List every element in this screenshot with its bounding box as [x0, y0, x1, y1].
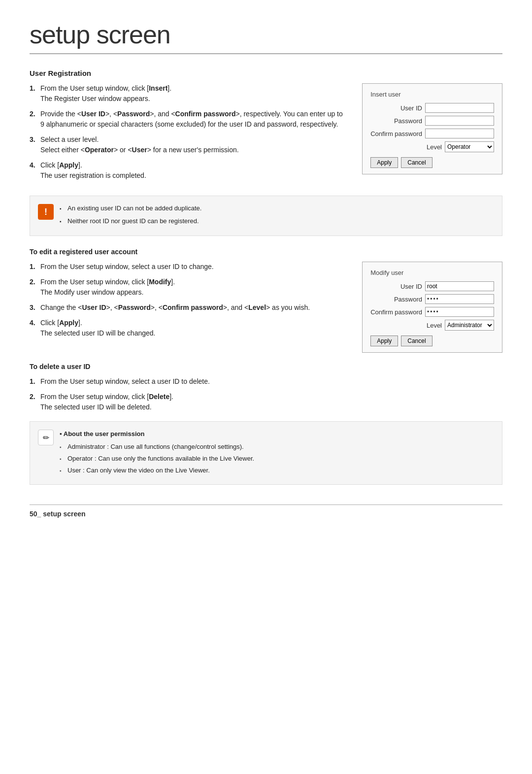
modify-confirm-password-row: Confirm password — [370, 307, 494, 317]
user-registration-section: User Registration From the User setup wi… — [30, 69, 502, 236]
about-permission-content: ▪ About the user permission Administrato… — [60, 429, 254, 477]
modify-user-form: Modify user User ID Password Confirm pas… — [362, 262, 502, 353]
edit-step-3: Change the <User ID>, <Password>, <Confi… — [30, 303, 347, 313]
insert-cancel-button[interactable]: Cancel — [401, 157, 432, 168]
permission-operator: Operator : Can use only the functions av… — [60, 453, 254, 464]
modify-confirm-password-field-label: Confirm password — [370, 308, 422, 316]
password-row: Password — [370, 116, 494, 126]
permission-user: User : Can only view the video on the Li… — [60, 465, 254, 476]
user-registration-content: From the User setup window, click [Inser… — [30, 83, 502, 186]
step-4-subtext: The user registration is completed. — [40, 171, 146, 179]
permission-admin: Administrator : Can use all functions (c… — [60, 441, 254, 452]
insert-user-panel-title: Insert user — [370, 91, 494, 98]
confirm-password-label: Confirm password — [175, 110, 236, 118]
user-id-input[interactable] — [425, 103, 494, 113]
confirm-password-field-label: Confirm password — [370, 130, 422, 137]
page-title: setup screen — [30, 20, 502, 54]
delete-step-1: From the User setup window, select a use… — [30, 376, 502, 387]
footer: 50_ setup screen — [30, 505, 502, 518]
edit-level-label: Level — [248, 303, 266, 311]
insert-apply-button[interactable]: Apply — [370, 157, 398, 168]
modify-user-id-input[interactable] — [425, 281, 494, 291]
modify-password-field-label: Password — [394, 296, 422, 303]
step-3-subtext: Select either <Operator> or <User> for a… — [40, 146, 239, 154]
level-select[interactable]: Operator Administrator User — [445, 141, 494, 152]
user-id-label: User ID — [81, 110, 105, 118]
modify-level-row: Level Administrator Operator User — [370, 320, 494, 331]
edit-password-label: Password — [118, 303, 151, 311]
modify-user-id-field-label: User ID — [400, 283, 422, 290]
delete-label: Delete — [149, 393, 169, 401]
modify-password-input[interactable] — [425, 294, 494, 304]
modify-level-field-label: Level — [427, 322, 442, 329]
insert-user-form: Insert user User ID Password Confirm pas… — [362, 83, 502, 174]
edit-user-steps: From the User setup window, select a use… — [30, 262, 347, 338]
user-registration-steps: From the User setup window, click [Inser… — [30, 83, 347, 181]
level-field-label: Level — [427, 143, 442, 151]
modify-confirm-password-input[interactable] — [425, 307, 494, 317]
password-input[interactable] — [425, 116, 494, 126]
footer-page-number: 50_ setup screen — [30, 510, 86, 518]
edit-step-1: From the User setup window, select a use… — [30, 262, 347, 272]
user-id-field-label: User ID — [400, 104, 422, 112]
insert-user-buttons: Apply Cancel — [370, 157, 494, 168]
modify-user-id-row: User ID — [370, 281, 494, 291]
confirm-password-row: Confirm password — [370, 129, 494, 138]
modify-user-panel-title: Modify user — [370, 269, 494, 276]
note-item-2: Neither root ID nor guest ID can be regi… — [60, 216, 201, 227]
delete-user-steps: From the User setup window, select a use… — [30, 376, 502, 412]
about-permission-box: ✏ ▪ About the user permission Administra… — [30, 421, 502, 484]
apply-label-2: Apply — [59, 319, 78, 327]
note-item-1: An existing user ID can not be added dup… — [60, 203, 201, 214]
about-permission-title: ▪ About the user permission — [60, 429, 254, 439]
apply-label-1: Apply — [59, 161, 78, 169]
user-registration-heading: User Registration — [30, 69, 502, 77]
edit-user-section: To edit a registered user account From t… — [30, 248, 502, 353]
confirm-password-input[interactable] — [425, 129, 494, 138]
edit-step-2-subtext: The Modify user window appears. — [40, 288, 143, 296]
step-4: Click [Apply]. The user registration is … — [30, 160, 347, 181]
step-1-subtext: The Register User window appears. — [40, 95, 150, 102]
step-2: Provide the <User ID>, <Password>, and <… — [30, 109, 347, 130]
step-3: Select a user level. Select either <Oper… — [30, 135, 347, 155]
user-registration-instructions: From the User setup window, click [Inser… — [30, 83, 347, 186]
warning-icon: ! — [38, 204, 54, 220]
edit-user-id-label: User ID — [82, 303, 106, 311]
user-registration-note: ! An existing user ID can not be added d… — [30, 196, 502, 236]
edit-user-instructions: From the User setup window, select a use… — [30, 262, 347, 343]
edit-step-4-subtext: The selected user ID will be changed. — [40, 329, 155, 337]
modify-label: Modify — [149, 278, 171, 286]
modify-apply-button[interactable]: Apply — [370, 336, 398, 346]
edit-user-heading: To edit a registered user account — [30, 248, 502, 256]
modify-user-buttons: Apply Cancel — [370, 336, 494, 346]
password-field-label: Password — [394, 117, 422, 125]
modify-password-row: Password — [370, 294, 494, 304]
insert-label: Insert — [149, 84, 167, 92]
password-label: Password — [117, 110, 150, 118]
step-1: From the User setup window, click [Inser… — [30, 83, 347, 104]
delete-step-2: From the User setup window, click [Delet… — [30, 392, 502, 412]
edit-user-content: From the User setup window, select a use… — [30, 262, 502, 353]
edit-step-4: Click [Apply]. The selected user ID will… — [30, 318, 347, 338]
pencil-icon: ✏ — [38, 430, 54, 445]
edit-confirm-password-label: Confirm password — [163, 303, 223, 311]
user-id-row: User ID — [370, 103, 494, 113]
modify-level-select[interactable]: Administrator Operator User — [445, 320, 494, 331]
level-row: Level Operator Administrator User — [370, 141, 494, 152]
edit-step-2: From the User setup window, click [Modif… — [30, 277, 347, 298]
delete-user-section: To delete a user ID From the User setup … — [30, 363, 502, 412]
note-content: An existing user ID can not be added dup… — [60, 203, 201, 229]
delete-user-heading: To delete a user ID — [30, 363, 502, 370]
delete-step-2-subtext: The selected user ID will be deleted. — [40, 403, 152, 411]
modify-cancel-button[interactable]: Cancel — [401, 336, 432, 346]
